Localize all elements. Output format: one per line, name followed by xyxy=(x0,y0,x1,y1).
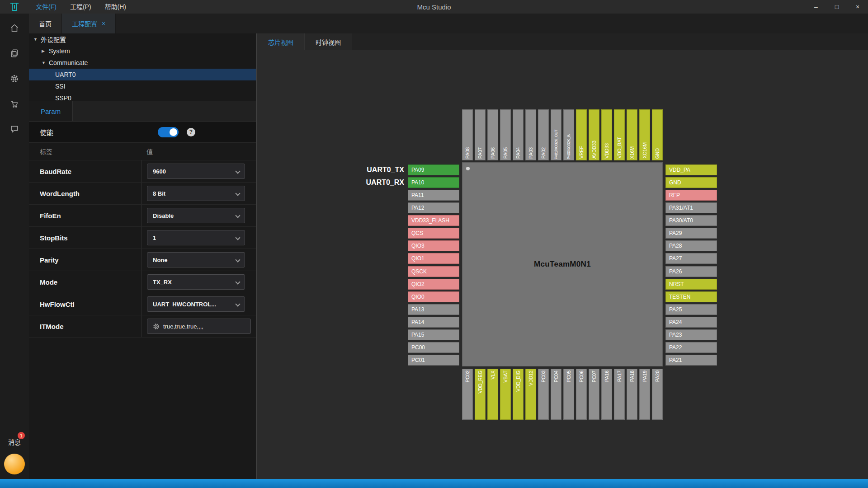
pin-xo16m[interactable]: XO16M xyxy=(639,109,650,160)
enable-toggle[interactable] xyxy=(158,127,179,137)
menu-help[interactable]: 帮助(H) xyxy=(98,0,133,14)
pin-pa28[interactable]: PA28 xyxy=(665,240,717,251)
pin-pa24[interactable]: PA24 xyxy=(665,317,717,328)
view-tab-chip[interactable]: 芯片视图 xyxy=(257,33,305,50)
pin-pa10[interactable]: PA10 xyxy=(408,177,459,188)
select-fifoen[interactable]: Disable xyxy=(147,208,245,223)
select-wordlength[interactable]: 8 Bit xyxy=(147,186,245,201)
pin-pa02[interactable]: PA02 xyxy=(538,109,549,160)
pin-pa00-xo32k-in[interactable]: PA00/XO32K_IN xyxy=(563,109,574,160)
pin-pa13[interactable]: PA13 xyxy=(408,304,459,315)
pin-pa27[interactable]: PA27 xyxy=(665,253,717,264)
pin-qio2[interactable]: QIO2 xyxy=(408,279,459,290)
close-icon[interactable]: × xyxy=(102,20,105,27)
pin-rfp[interactable]: RFP xyxy=(665,190,717,201)
pin-qio0[interactable]: QIO0 xyxy=(408,291,459,302)
pin-nrst[interactable]: NRST xyxy=(665,279,717,290)
pin-gnd[interactable]: GND xyxy=(652,109,663,160)
cart-icon[interactable] xyxy=(0,91,29,117)
pin-pa04[interactable]: PA04 xyxy=(513,109,524,160)
tree-item-uart0[interactable]: UART0 xyxy=(29,69,256,80)
pin-pc02[interactable]: PC02 xyxy=(462,369,473,420)
tab-param[interactable]: Param xyxy=(29,101,73,121)
maximize-button[interactable]: □ xyxy=(826,0,847,14)
pin-pc01[interactable]: PC01 xyxy=(408,355,459,366)
pin-pa23[interactable]: PA23 xyxy=(665,329,717,340)
tree-item-communicate[interactable]: ▼Communicate xyxy=(29,57,256,69)
pin-x16m[interactable]: X16M xyxy=(627,109,637,160)
feedback-icon[interactable] xyxy=(0,117,29,142)
tab-project-config[interactable]: 工程配置× xyxy=(62,14,116,33)
pin-pa19[interactable]: PA19 xyxy=(639,369,650,420)
pin-qsck[interactable]: QSCK xyxy=(408,266,459,277)
input-itmode[interactable]: true,true,true,,,, xyxy=(147,319,251,334)
pin-pc04[interactable]: PC04 xyxy=(551,369,561,420)
pin-pa22[interactable]: PA22 xyxy=(665,342,717,353)
pin-testen[interactable]: TESTEN xyxy=(665,291,717,302)
pin-vbat[interactable]: VBAT xyxy=(500,369,511,420)
select-hwflowctl[interactable]: UART_HWCONTROL... xyxy=(147,296,245,312)
pin-pc06[interactable]: PC06 xyxy=(576,369,587,420)
select-mode[interactable]: TX_RX xyxy=(147,274,245,290)
pin-pa20[interactable]: PA20 xyxy=(652,369,663,420)
close-button[interactable]: × xyxy=(847,0,868,14)
pin-pa31-at1[interactable]: PA31/AT1 xyxy=(665,202,717,213)
pin-vdd-reg[interactable]: VDD_REG xyxy=(475,369,486,420)
tree-item-peripheral-config[interactable]: ▼外设配置 xyxy=(29,33,256,45)
pin-pa05[interactable]: PA05 xyxy=(500,109,511,160)
pin-pa21[interactable]: PA21 xyxy=(665,355,717,366)
pin-pa01-xo32k-out[interactable]: PA01/XO32K_OUT xyxy=(551,109,561,160)
pin-vlx[interactable]: VLX xyxy=(487,369,498,420)
pin-pa11[interactable]: PA11 xyxy=(408,190,459,201)
select-stopbits[interactable]: 1 xyxy=(147,230,245,245)
menu-file[interactable]: 文件(F) xyxy=(29,0,63,14)
pin-pa17[interactable]: PA17 xyxy=(614,369,625,420)
select-baudrate[interactable]: 9600 xyxy=(147,164,245,179)
pin-pc07[interactable]: PC07 xyxy=(589,369,599,420)
pin-vdd-pa[interactable]: VDD_PA xyxy=(665,164,717,175)
pin-pa16[interactable]: PA16 xyxy=(601,369,612,420)
view-tab-clock[interactable]: 时钟视图 xyxy=(305,33,352,50)
pin-pa08[interactable]: PA08 xyxy=(462,109,473,160)
pin-pa03[interactable]: PA03 xyxy=(525,109,536,160)
pin-vdd-bat[interactable]: VDD_BAT xyxy=(614,109,625,160)
pin-pc00[interactable]: PC00 xyxy=(408,342,459,353)
pin-pa30-at0[interactable]: PA30/AT0 xyxy=(665,215,717,226)
pin-vdd33[interactable]: VDD33 xyxy=(601,109,612,160)
help-icon[interactable]: ? xyxy=(187,128,195,136)
minimize-button[interactable]: – xyxy=(806,0,826,14)
pin-pc03[interactable]: PC03 xyxy=(538,369,549,420)
pin-pa25[interactable]: PA25 xyxy=(665,304,717,315)
pin-pa14[interactable]: PA14 xyxy=(408,317,459,328)
pin-gnd[interactable]: GND xyxy=(665,177,717,188)
tree-item-ssp0[interactable]: SSP0 xyxy=(29,92,256,101)
pin-vdd33-flash[interactable]: VDD33_FLASH xyxy=(408,215,459,226)
user-avatar[interactable] xyxy=(4,454,25,474)
settings-icon[interactable] xyxy=(0,66,29,91)
pin-vref[interactable]: VREF xyxy=(576,109,587,160)
pin-pc05[interactable]: PC05 xyxy=(563,369,574,420)
pin-pa18[interactable]: PA18 xyxy=(627,369,637,420)
menu-project[interactable]: 工程(P) xyxy=(63,0,98,14)
select-parity[interactable]: None xyxy=(147,252,245,267)
pin-pa07[interactable]: PA07 xyxy=(475,109,486,160)
pin-qio1[interactable]: QIO1 xyxy=(408,253,459,264)
home-icon[interactable] xyxy=(0,15,29,41)
tab-home[interactable]: 首页 xyxy=(29,14,62,33)
pin-pa26[interactable]: PA26 xyxy=(665,266,717,277)
pin-pa15[interactable]: PA15 xyxy=(408,329,459,340)
pin-qio3[interactable]: QIO3 xyxy=(408,240,459,251)
project-icon[interactable] xyxy=(0,41,29,66)
pin-qcs[interactable]: QCS xyxy=(408,228,459,239)
pin-pa12[interactable]: PA12 xyxy=(408,202,459,213)
messages-button[interactable]: 1 消息 xyxy=(8,437,21,446)
chip-body[interactable]: McuTeamM0N1 xyxy=(462,162,663,366)
tree-item-system[interactable]: ▶System xyxy=(29,45,256,57)
tree-item-ssi[interactable]: SSI xyxy=(29,80,256,92)
pin-vdd-dig[interactable]: VDD_DIG xyxy=(513,369,524,420)
pin-avdd33[interactable]: AVDD33 xyxy=(589,109,599,160)
pin-pa06[interactable]: PA06 xyxy=(487,109,498,160)
pin-pa29[interactable]: PA29 xyxy=(665,228,717,239)
pin-vdd12[interactable]: VDD12 xyxy=(525,369,536,420)
pin-pa09[interactable]: PA09 xyxy=(408,164,459,175)
